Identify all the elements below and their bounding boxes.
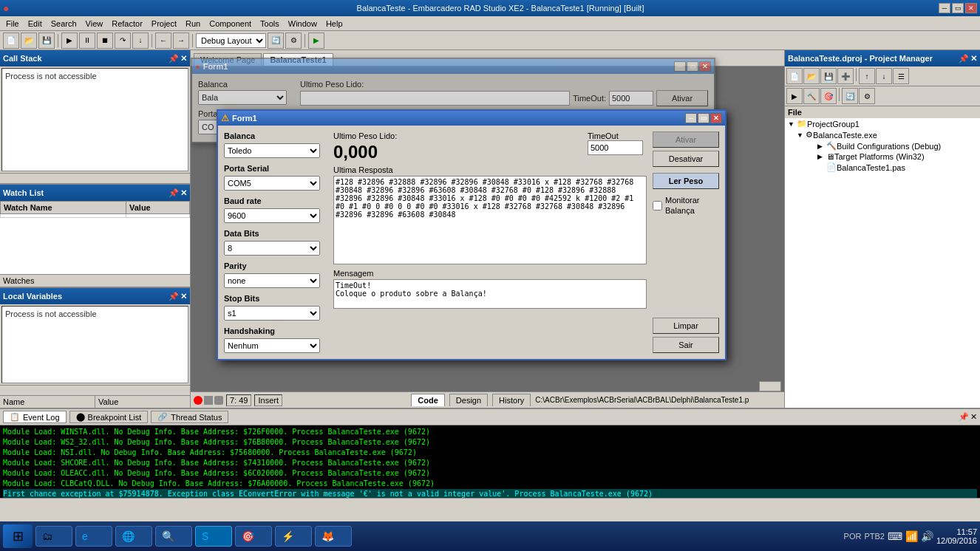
start-btn[interactable]: ⊞ — [3, 524, 33, 548]
proj-target-item[interactable]: ▶ 🖥 Target Platforms (Win32) — [814, 151, 980, 162]
taskbar-firefox[interactable]: 🦊 — [315, 526, 352, 547]
save-btn[interactable]: 💾 — [38, 32, 55, 49]
menu-edit[interactable]: Edit — [24, 18, 47, 30]
proj-run-btn[interactable]: ▶ — [786, 88, 803, 104]
proj-pin[interactable]: 📌 — [959, 54, 969, 64]
menu-component[interactable]: Component — [205, 18, 256, 30]
menu-help[interactable]: Help — [321, 18, 347, 30]
proj-group-item[interactable]: ▼ 📁 ProjectGroup1 — [785, 118, 980, 129]
menu-tools[interactable]: Tools — [256, 18, 284, 30]
proj-build-item[interactable]: ▶ 🔨 Build Configurations (Debug) — [814, 140, 980, 151]
proj-build-btn[interactable]: 🔨 — [803, 88, 820, 104]
fg-sair-btn[interactable]: Sair — [653, 337, 719, 353]
proj-add-btn[interactable]: ➕ — [837, 68, 854, 84]
menu-refactor[interactable]: Refactor — [107, 18, 147, 30]
run-icon[interactable]: ▶ — [308, 32, 324, 49]
proj-list-btn[interactable]: ☰ — [893, 68, 909, 84]
call-stack-close[interactable]: ✕ — [180, 54, 187, 64]
new-btn[interactable]: 📄 — [3, 32, 19, 49]
fg-parity-select[interactable]: none — [224, 273, 320, 288]
bottom-close[interactable]: ✕ — [970, 412, 977, 422]
run-dot[interactable] — [194, 396, 203, 405]
proj-config-btn[interactable]: ⚙ — [859, 88, 875, 104]
bg-max-btn[interactable]: ▭ — [687, 61, 698, 72]
stop-dot[interactable] — [214, 396, 223, 405]
bg-close-btn[interactable]: ✕ — [699, 61, 711, 72]
stop-btn[interactable]: ⏹ — [97, 32, 113, 49]
bg-ativar-btn[interactable]: Ativar — [656, 90, 708, 106]
pause-dot[interactable] — [204, 396, 213, 405]
taskbar-ie[interactable]: e — [75, 526, 112, 547]
bg-min-btn[interactable]: ─ — [674, 61, 686, 72]
fg-mensagem-textarea[interactable]: TimeOut! Coloque o produto sobre a Balan… — [333, 279, 647, 309]
tab-design[interactable]: Design — [449, 394, 488, 406]
taskbar-explorer[interactable]: 🗂 — [35, 526, 72, 547]
bottom-tab-event-log[interactable]: 📋 Event Log — [3, 411, 67, 423]
config-btn[interactable]: ⚙ — [285, 32, 302, 49]
fg-stop-bits-select[interactable]: s1 — [224, 306, 320, 321]
local-scrollbar[interactable] — [0, 385, 190, 395]
bg-timeout-input[interactable] — [609, 91, 653, 106]
pause-btn[interactable]: ⏸ — [79, 32, 95, 49]
event-log-scrollbar[interactable] — [0, 498, 980, 511]
toggle-btn[interactable]: 🔄 — [268, 32, 284, 49]
scroll-handle[interactable] — [759, 381, 781, 391]
tab-code[interactable]: Code — [411, 394, 445, 406]
local-close[interactable]: ✕ — [180, 292, 187, 301]
forward-btn[interactable]: → — [173, 32, 189, 49]
proj-down-btn[interactable]: ↓ — [876, 68, 892, 84]
fg-handshaking-select[interactable]: Nenhum — [224, 338, 320, 353]
fg-min-btn[interactable]: ─ — [685, 113, 697, 123]
proj-target-btn[interactable]: 🎯 — [820, 88, 837, 104]
menu-search[interactable]: Search — [47, 18, 81, 30]
fg-data-bits-select[interactable]: 8 — [224, 241, 320, 256]
open-btn[interactable]: 📂 — [21, 32, 37, 49]
proj-open-btn[interactable]: 📂 — [803, 68, 820, 84]
proj-close[interactable]: ✕ — [970, 54, 977, 64]
proj-up-btn[interactable]: ↑ — [859, 68, 875, 84]
call-stack-scrollbar[interactable] — [0, 173, 190, 183]
bottom-pin[interactable]: 📌 — [959, 412, 969, 422]
proj-save-btn[interactable]: 💾 — [820, 68, 837, 84]
run-btn[interactable]: ▶ — [61, 32, 78, 49]
taskbar-delphi[interactable]: ⚡ — [275, 526, 312, 547]
taskbar-app1[interactable]: 🎯 — [235, 526, 272, 547]
fg-desativar-btn[interactable]: Desativar — [653, 151, 719, 167]
tab-history[interactable]: History — [492, 394, 531, 406]
fg-porta-select[interactable]: COM5 — [224, 176, 320, 191]
menu-view[interactable]: View — [81, 18, 108, 30]
taskbar-chrome[interactable]: 🌐 — [115, 526, 152, 547]
minimize-btn[interactable]: ─ — [939, 3, 950, 13]
local-pin[interactable]: 📌 — [169, 292, 179, 301]
fg-limpar-btn[interactable]: Limpar — [653, 318, 719, 334]
fg-balanca-select[interactable]: Toledo — [224, 143, 320, 158]
taskbar-search[interactable]: 🔍 — [155, 526, 192, 547]
proj-pas-item[interactable]: 📄 BalancaTeste1.pas — [814, 162, 980, 173]
fg-resposta-textarea[interactable]: #128 #32896 #32888 #32896 #32896 #30848 … — [333, 176, 647, 264]
menu-window[interactable]: Window — [284, 18, 321, 30]
menu-run[interactable]: Run — [181, 18, 205, 30]
step-over-btn[interactable]: ↷ — [115, 32, 131, 49]
watches-tab[interactable]: Watches — [0, 274, 190, 287]
watch-pin[interactable]: 📌 — [169, 188, 179, 198]
taskbar-skype[interactable]: S — [195, 526, 232, 547]
watch-close[interactable]: ✕ — [180, 188, 187, 198]
proj-exe-item[interactable]: ▼ ⚙ BalancaTeste.exe — [794, 129, 980, 140]
call-stack-pin[interactable]: 📌 — [169, 54, 179, 64]
bg-peso-input[interactable] — [300, 91, 570, 106]
bg-balanca-select[interactable]: Bala — [198, 90, 287, 105]
close-btn[interactable]: ✕ — [965, 3, 977, 13]
menu-file[interactable]: File — [1, 18, 24, 30]
back-btn[interactable]: ← — [155, 32, 171, 49]
fg-monitorar-checkbox[interactable] — [653, 201, 662, 211]
step-into-btn[interactable]: ↓ — [132, 32, 149, 49]
bottom-tab-breakpoint[interactable]: ⬤ Breakpoint List — [69, 411, 149, 423]
menu-project[interactable]: Project — [147, 18, 181, 30]
layout-dropdown[interactable]: Debug Layout — [196, 33, 266, 48]
fg-timeout-input[interactable] — [588, 140, 643, 155]
proj-refresh-btn[interactable]: 🔄 — [842, 88, 858, 104]
fg-baud-select[interactable]: 9600 — [224, 208, 320, 223]
fg-ler-peso-btn[interactable]: Ler Peso — [653, 173, 719, 189]
proj-new-btn[interactable]: 📄 — [786, 68, 803, 84]
fg-max-btn[interactable]: ▭ — [698, 113, 710, 123]
